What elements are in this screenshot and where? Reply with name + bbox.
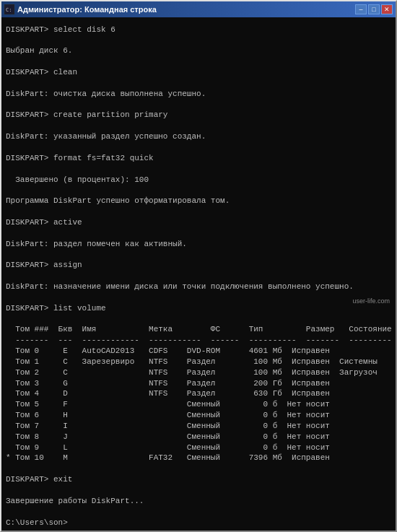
console-text: Microsoft Windows [Version 6.1.7601] (c)… (6, 17, 391, 528)
close-button[interactable]: ✕ (381, 4, 393, 14)
maximize-button[interactable]: □ (368, 4, 380, 14)
cmd-icon: C: (4, 4, 14, 14)
svg-text:C:: C: (6, 7, 12, 13)
console-output-area[interactable]: Microsoft Windows [Version 6.1.7601] (c)… (1, 17, 396, 531)
minimize-button[interactable]: – (355, 4, 367, 14)
window-title: Администратор: Командная строка (17, 5, 157, 14)
title-bar-left: C: Администратор: Командная строка (4, 4, 157, 14)
title-buttons: – □ ✕ (355, 4, 393, 14)
watermark: user-life.com (352, 297, 390, 305)
title-bar: C: Администратор: Командная строка – □ ✕ (1, 1, 396, 17)
command-prompt-window: C: Администратор: Командная строка – □ ✕… (0, 0, 397, 532)
